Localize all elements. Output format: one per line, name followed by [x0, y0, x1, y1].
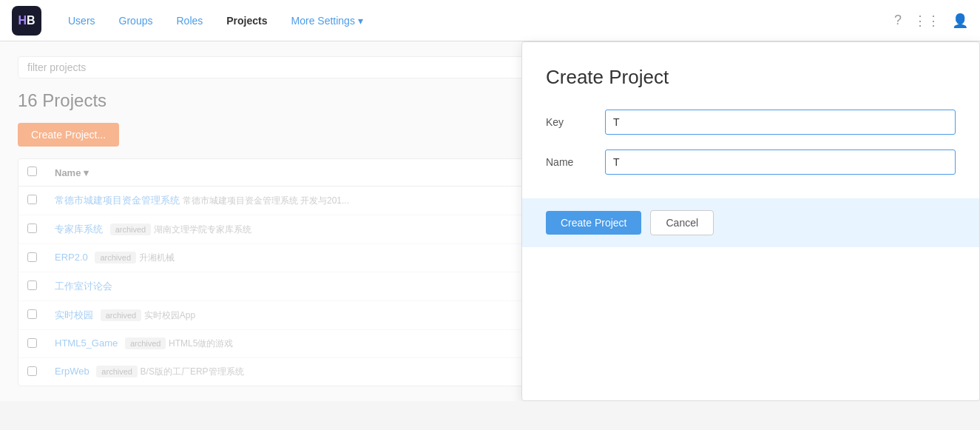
create-project-modal: Create Project Key Name Create Project C…	[521, 41, 980, 401]
key-input[interactable]	[605, 110, 956, 135]
nav-roles[interactable]: Roles	[167, 10, 212, 31]
top-navigation: HB Users Groups Roles Projects More Sett…	[0, 0, 980, 41]
nav-icons: ? ⋮⋮ 👤	[894, 13, 968, 29]
nav-more-settings[interactable]: More Settings ▾	[283, 10, 372, 31]
name-label: Name	[546, 156, 605, 168]
chevron-down-icon: ▾	[358, 15, 363, 27]
grid-icon[interactable]: ⋮⋮	[913, 13, 940, 29]
key-label: Key	[546, 116, 605, 128]
user-icon[interactable]: 👤	[952, 13, 968, 29]
nav-groups[interactable]: Groups	[110, 10, 162, 31]
logo[interactable]: HB	[12, 6, 41, 36]
key-form-group: Key	[546, 110, 956, 135]
nav-links: Users Groups Roles Projects More Setting…	[59, 10, 876, 31]
modal-overlay: Create Project Key Name Create Project C…	[0, 41, 980, 401]
nav-projects[interactable]: Projects	[217, 10, 276, 31]
name-input[interactable]	[605, 150, 956, 175]
modal-cancel-button[interactable]: Cancel	[650, 210, 714, 235]
name-form-group: Name	[546, 150, 956, 175]
nav-more-settings-label: More Settings	[291, 15, 355, 27]
nav-users[interactable]: Users	[59, 10, 104, 31]
modal-create-button[interactable]: Create Project	[546, 211, 641, 235]
help-icon[interactable]: ?	[894, 13, 902, 28]
logo-text: HB	[18, 14, 35, 27]
modal-footer: Create Project Cancel	[522, 198, 979, 247]
modal-title: Create Project	[546, 66, 956, 89]
main-content: 🔍 16 Projects Create Project... › Detail…	[0, 41, 980, 401]
